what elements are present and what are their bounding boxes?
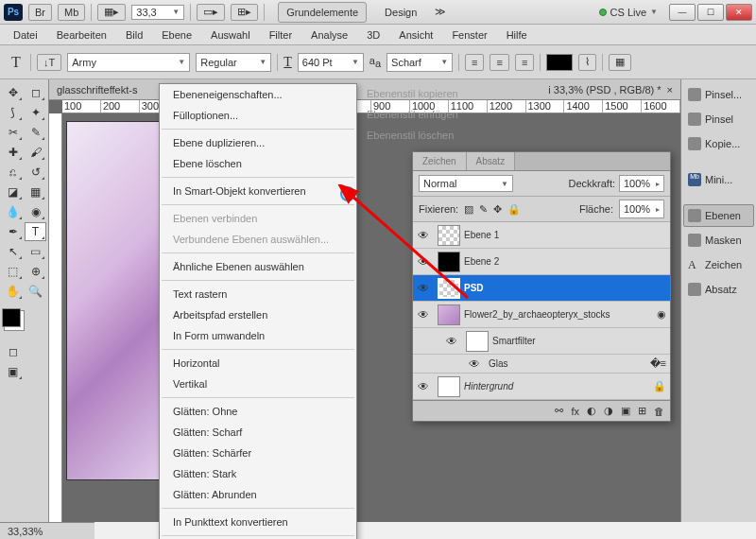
extras-button[interactable]: ⊞▸ xyxy=(231,4,258,21)
ctx-aa-sharp[interactable]: Glätten: Scharf xyxy=(160,422,356,443)
adjustment-icon[interactable]: ◑ xyxy=(604,405,613,417)
type-tool[interactable]: T xyxy=(25,222,46,241)
dock-ebenen[interactable]: Ebenen xyxy=(683,204,754,227)
quickmask-button[interactable]: ◻ xyxy=(2,342,24,361)
gradient-tool[interactable]: ▦ xyxy=(25,183,46,201)
menu-3d[interactable]: 3D xyxy=(359,26,387,43)
hand-tool[interactable]: ✋ xyxy=(2,282,24,301)
3d-tool[interactable]: ⬚ xyxy=(2,262,24,281)
menu-fenster[interactable]: Fenster xyxy=(444,26,494,43)
warp-text-button[interactable]: ⌇ xyxy=(578,54,596,71)
opacity-input[interactable]: 100%▸ xyxy=(619,175,664,192)
shape-tool[interactable]: ▭ xyxy=(25,242,46,261)
ctx-aa-round[interactable]: Glätten: Abrunden xyxy=(160,484,356,505)
layer-mask-icon[interactable]: ◐ xyxy=(587,405,596,417)
workspace-grundelemente[interactable]: Grundelemente xyxy=(278,2,367,23)
layer-row[interactable]: 👁Hintergrund🔒 xyxy=(413,374,670,400)
blur-tool[interactable]: 💧 xyxy=(2,202,24,221)
ctx-duplicate-layer[interactable]: Ebene duplizieren... xyxy=(160,132,356,153)
font-size-select[interactable]: 640 Pt▼ xyxy=(298,53,364,72)
layer-row[interactable]: 👁Smartfilter xyxy=(413,328,670,355)
layer-thumb[interactable] xyxy=(438,304,460,325)
menu-filter[interactable]: Filter xyxy=(262,26,300,43)
eraser-tool[interactable]: ◪ xyxy=(2,183,24,201)
heal-tool[interactable]: ✚ xyxy=(2,143,24,162)
panel-tab-absatz[interactable]: Absatz xyxy=(467,152,516,170)
layer-thumb[interactable] xyxy=(438,278,460,299)
brush-tool[interactable]: 🖌 xyxy=(25,143,46,162)
dodge-tool[interactable]: ◉ xyxy=(25,202,46,221)
maximize-button[interactable]: ☐ xyxy=(697,4,724,21)
menu-bearbeiten[interactable]: Bearbeiten xyxy=(49,26,114,43)
menu-ansicht[interactable]: Ansicht xyxy=(391,26,440,43)
menu-bild[interactable]: Bild xyxy=(118,26,150,43)
minibridge-button[interactable]: Mb xyxy=(58,4,85,21)
menu-datei[interactable]: Datei xyxy=(6,26,45,43)
layer-fx-icon[interactable]: fx xyxy=(571,406,579,417)
layer-row[interactable]: 👁Glas�⁠≡ xyxy=(413,355,670,374)
group-icon[interactable]: ▣ xyxy=(621,405,630,417)
lock-all-icon[interactable]: 🔒 xyxy=(507,203,521,216)
ctx-point-text[interactable]: In Punkttext konvertieren xyxy=(160,512,356,532)
align-right-button[interactable]: ≡ xyxy=(515,54,534,71)
visibility-icon[interactable]: 👁 xyxy=(464,357,485,371)
dock-pinsel-presets[interactable]: Pinsel... xyxy=(683,83,754,106)
ctx-vertical[interactable]: Vertikal xyxy=(160,374,356,394)
dock-absatz[interactable]: Absatz xyxy=(683,278,754,301)
ctx-convert-smart-object[interactable]: In Smart-Objekt konvertieren xyxy=(160,181,356,201)
ctx-select-similar[interactable]: Ähnliche Ebenen auswählen xyxy=(160,256,356,277)
dock-pinsel[interactable]: Pinsel xyxy=(683,108,754,130)
menu-hilfe[interactable]: Hilfe xyxy=(499,26,535,43)
menu-ebene[interactable]: Ebene xyxy=(154,26,199,43)
align-center-button[interactable]: ≡ xyxy=(490,54,508,71)
visibility-icon[interactable]: 👁 xyxy=(413,282,434,295)
layer-thumb[interactable] xyxy=(438,225,460,246)
panel-tab-zeichen[interactable]: Zeichen xyxy=(413,152,467,170)
workspace-design[interactable]: Design xyxy=(376,2,425,23)
dock-masken[interactable]: Masken xyxy=(683,229,754,252)
layer-row[interactable]: 👁Flower2_by_archaeopteryx_stocks◉ xyxy=(413,302,670,328)
dock-mini[interactable]: MbMini... xyxy=(683,168,754,191)
ctx-convert-shape[interactable]: In Form umwandeln xyxy=(160,325,356,346)
menu-analyse[interactable]: Analyse xyxy=(303,26,355,43)
delete-layer-icon[interactable]: 🗑 xyxy=(654,406,664,417)
close-button[interactable]: ✕ xyxy=(726,4,752,21)
move-tool[interactable]: ✥ xyxy=(2,83,24,102)
panels-button[interactable]: ▦ xyxy=(609,54,631,71)
eyedropper-tool[interactable]: ✎ xyxy=(25,123,46,142)
color-swatch[interactable] xyxy=(2,308,21,327)
ctx-delete-layer[interactable]: Ebene löschen xyxy=(160,153,356,174)
ctx-aa-sharper[interactable]: Glätten: Schärfer xyxy=(160,443,356,463)
cslive-button[interactable]: CS Live▼ xyxy=(593,7,663,18)
orientation-button[interactable]: ↓T xyxy=(37,54,61,71)
zoom-select[interactable]: 33,3▼ xyxy=(131,5,184,20)
lock-move-icon[interactable]: ✥ xyxy=(493,203,502,216)
blend-mode-select[interactable]: Normal▼ xyxy=(419,175,513,192)
link-layers-icon[interactable]: ⚯ xyxy=(555,405,563,417)
antialias-select[interactable]: Scharf▼ xyxy=(387,53,453,72)
lasso-tool[interactable]: ⟆ xyxy=(2,103,24,122)
lock-pixels-icon[interactable]: ▨ xyxy=(464,203,473,216)
visibility-icon[interactable]: 👁 xyxy=(441,335,462,348)
dock-zeichen[interactable]: AZeichen xyxy=(683,253,754,276)
layer-thumb[interactable] xyxy=(438,252,460,272)
stamp-tool[interactable]: ⎌ xyxy=(2,163,24,182)
bridge-button[interactable]: Br xyxy=(28,4,52,21)
path-select-tool[interactable]: ↖ xyxy=(2,242,24,261)
arrange-button[interactable]: ▦▸ xyxy=(97,4,126,21)
minimize-button[interactable]: — xyxy=(669,4,696,21)
filter-edit-icon[interactable]: �⁠≡ xyxy=(650,357,666,370)
ctx-aa-strong[interactable]: Glätten: Stark xyxy=(160,463,356,484)
text-color-swatch[interactable] xyxy=(546,54,573,71)
font-weight-select[interactable]: Regular▼ xyxy=(196,53,271,72)
ctx-horizontal[interactable]: Horizontal xyxy=(160,353,356,374)
marquee-tool[interactable]: ◻ xyxy=(25,83,46,102)
layer-row-selected[interactable]: 👁PSD xyxy=(413,275,670,302)
wand-tool[interactable]: ✦ xyxy=(25,103,46,122)
ctx-fill-options[interactable]: Fülloptionen... xyxy=(160,105,356,126)
menu-auswahl[interactable]: Auswahl xyxy=(203,26,258,43)
align-left-button[interactable]: ≡ xyxy=(465,54,484,71)
new-layer-icon[interactable]: ⊞ xyxy=(638,405,646,417)
visibility-icon[interactable]: 👁 xyxy=(413,255,434,269)
visibility-icon[interactable]: 👁 xyxy=(413,229,434,242)
